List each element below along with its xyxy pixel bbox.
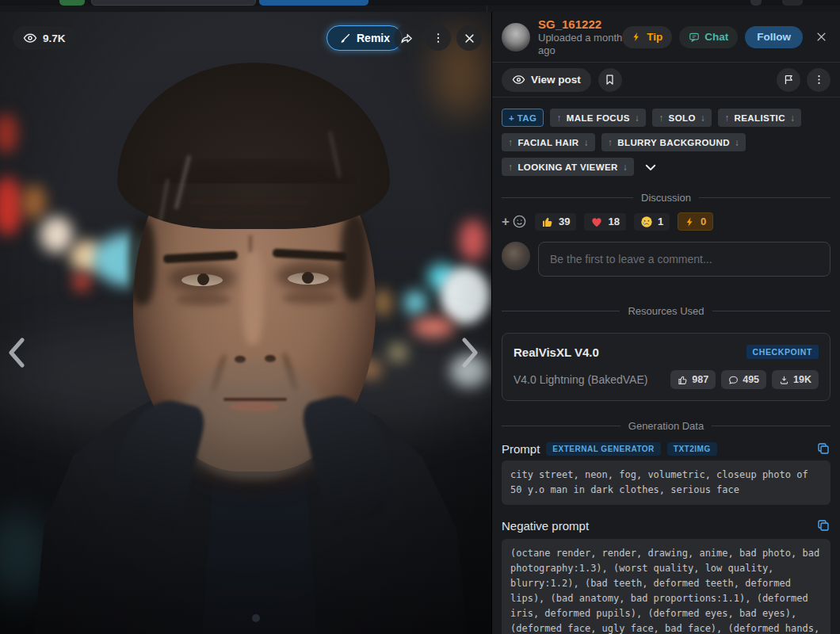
- cry-emoji: [640, 216, 653, 228]
- prompt-label: Prompt: [502, 442, 540, 456]
- thumbs-up-emoji: [541, 216, 554, 228]
- image-viewer: 9.7K Remix: [0, 12, 491, 634]
- resource-downloads[interactable]: 19K: [772, 370, 819, 389]
- site-search-input[interactable]: [91, 0, 256, 6]
- site-logo[interactable]: [59, 0, 85, 6]
- download-icon: [779, 375, 789, 385]
- tag-upvote-icon[interactable]: ↑: [724, 113, 729, 124]
- add-reaction-button[interactable]: +: [502, 214, 527, 229]
- expand-tags-button[interactable]: [640, 160, 661, 174]
- chat-bubble-icon: [689, 32, 700, 43]
- current-user-avatar[interactable]: [502, 242, 530, 270]
- image-menu-button[interactable]: [426, 25, 451, 51]
- reaction-cry[interactable]: 1: [634, 213, 670, 231]
- upload-time: Uploaded a month ago: [538, 32, 622, 57]
- generation-data-divider: Generation Data: [502, 420, 830, 432]
- reaction-bar: + 39 18: [492, 204, 840, 235]
- comment-icon: [728, 375, 739, 385]
- eye-icon: [512, 73, 525, 86]
- prompt-text: city street, neon, fog, volumetric, clos…: [502, 460, 830, 505]
- brush-icon: [339, 32, 351, 44]
- resource-likes[interactable]: 987: [670, 370, 716, 389]
- previous-image-button[interactable]: [5, 335, 29, 370]
- resource-title[interactable]: RealVisXL V4.0: [514, 346, 599, 359]
- remix-button[interactable]: Remix: [326, 25, 403, 51]
- resource-type-badge: CHECKPOINT: [746, 345, 819, 359]
- txt2img-badge: TXT2IMG: [667, 442, 717, 456]
- negative-prompt-header: Negative prompt: [502, 518, 830, 533]
- next-image-button[interactable]: [458, 335, 482, 370]
- reaction-zap[interactable]: 0: [678, 212, 713, 231]
- creator-avatar[interactable]: [502, 23, 530, 52]
- comment-composer: [492, 235, 840, 288]
- view-count-badge: 9.7K: [13, 26, 76, 50]
- view-count: 9.7K: [43, 32, 66, 44]
- tag-downvote-icon[interactable]: ↓: [790, 113, 795, 124]
- smiley-icon: [512, 214, 527, 229]
- creator-header: SG_161222 Uploaded a month ago Tip Chat: [492, 12, 840, 63]
- thumb-up-icon: [678, 375, 688, 385]
- image-detail-page: 9.7K Remix: [0, 0, 840, 634]
- post-actions-row: View post: [492, 63, 840, 97]
- detail-panel: SG_161222 Uploaded a month ago Tip Chat: [491, 12, 840, 634]
- dots-vertical-icon: [432, 32, 445, 44]
- tag-chip[interactable]: ↑ LOOKING AT VIEWER ↓: [502, 158, 634, 176]
- site-header-sliver: [0, 0, 840, 12]
- tag-upvote-icon[interactable]: ↑: [508, 137, 513, 148]
- copy-prompt-button[interactable]: [816, 441, 830, 456]
- negative-prompt-label: Negative prompt: [502, 519, 589, 533]
- resources-divider: Resources Used: [502, 305, 830, 317]
- tag-chip[interactable]: ↑ BLURRY BACKGROUND ↓: [601, 133, 746, 151]
- share-icon: [400, 32, 414, 45]
- discussion-divider: Discussion: [502, 192, 830, 204]
- tag-downvote-icon[interactable]: ↓: [583, 137, 588, 148]
- resource-card[interactable]: RealVisXL V4.0 CHECKPOINT V4.0 Lightning…: [502, 333, 830, 401]
- share-button[interactable]: [394, 25, 419, 51]
- zap-emoji: [685, 216, 696, 227]
- eye-icon: [23, 31, 37, 45]
- close-viewer-button[interactable]: [456, 25, 482, 51]
- negative-prompt-text: (octane render, render, drawing, anime, …: [502, 539, 830, 634]
- site-cta-button[interactable]: [259, 0, 368, 6]
- site-header-icon[interactable]: [782, 0, 803, 6]
- remix-label: Remix: [357, 32, 390, 44]
- close-icon: [464, 32, 475, 44]
- tag-upvote-icon[interactable]: ↑: [608, 137, 613, 148]
- tag-upvote-icon[interactable]: ↑: [556, 113, 561, 124]
- tag-downvote-icon[interactable]: ↓: [623, 162, 628, 173]
- comment-input[interactable]: [538, 242, 830, 277]
- site-header-icon[interactable]: [750, 0, 762, 6]
- tag-list: + TAG ↑ MALE FOCUS ↓ ↑ SOLO ↓ ↑ REALISTI…: [492, 97, 840, 184]
- copy-negative-prompt-button[interactable]: [816, 518, 830, 533]
- tag-chip[interactable]: ↑ FACIAL HAIR ↓: [502, 133, 595, 151]
- tag-chip[interactable]: ↑ REALISTIC ↓: [718, 109, 801, 127]
- resource-comments[interactable]: 495: [721, 370, 766, 389]
- reaction-thumbs-up[interactable]: 39: [535, 213, 576, 231]
- external-generator-badge: EXTERNAL GENERATOR: [546, 442, 660, 456]
- zap-icon: [632, 32, 642, 42]
- chat-button[interactable]: Chat: [679, 26, 738, 48]
- prompt-header: Prompt EXTERNAL GENERATOR TXT2IMG: [502, 441, 830, 456]
- bookmark-button[interactable]: [598, 68, 622, 92]
- tag-chip[interactable]: ↑ SOLO ↓: [652, 109, 712, 127]
- tag-upvote-icon[interactable]: ↑: [508, 162, 513, 173]
- creator-username[interactable]: SG_161222: [538, 17, 622, 32]
- tag-chip[interactable]: ↑ MALE FOCUS ↓: [550, 109, 646, 127]
- reaction-heart[interactable]: 18: [584, 213, 625, 231]
- tag-downvote-icon[interactable]: ↓: [701, 113, 705, 124]
- close-panel-button[interactable]: [812, 29, 830, 44]
- tag-upvote-icon[interactable]: ↑: [659, 113, 663, 124]
- header-seam-divider: [487, 6, 487, 12]
- tag-downvote-icon[interactable]: ↓: [735, 137, 739, 148]
- follow-button[interactable]: Follow: [745, 26, 803, 48]
- report-flag-button[interactable]: [777, 68, 800, 92]
- heart-emoji: [590, 216, 603, 228]
- post-menu-button[interactable]: [807, 68, 830, 92]
- tip-button[interactable]: Tip: [622, 26, 672, 48]
- add-tag-button[interactable]: + TAG: [502, 109, 544, 127]
- view-post-button[interactable]: View post: [502, 68, 591, 92]
- header-seam: [0, 6, 840, 12]
- tag-downvote-icon[interactable]: ↓: [635, 113, 640, 124]
- resource-version: V4.0 Lightning (BakedVAE): [514, 373, 647, 386]
